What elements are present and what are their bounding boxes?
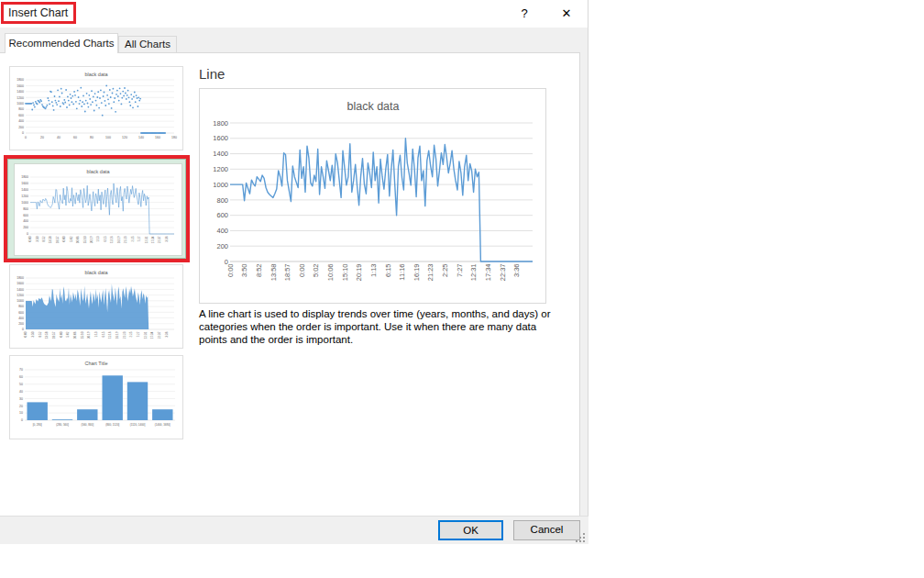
- svg-text:100: 100: [105, 136, 111, 139]
- svg-text:0: 0: [22, 328, 24, 331]
- svg-text:21:23: 21:23: [426, 264, 434, 282]
- svg-text:3:36: 3:36: [165, 236, 169, 241]
- svg-text:6:15: 6:15: [102, 331, 105, 337]
- tab-all-charts[interactable]: All Charts: [118, 36, 177, 53]
- svg-text:3:50: 3:50: [31, 331, 35, 337]
- svg-text:7:27: 7:27: [456, 264, 464, 278]
- thumbnail-scatter-chart[interactable]: black data020040060080010001200140016001…: [9, 66, 183, 150]
- svg-text:black data: black data: [84, 270, 108, 275]
- svg-text:160: 160: [155, 136, 160, 139]
- thumbnail-line-chart-selected[interactable]: black data020040060080010001200140016001…: [14, 163, 182, 256]
- svg-text:60: 60: [19, 375, 23, 379]
- svg-text:13:58: 13:58: [49, 236, 52, 243]
- thumbnail-area-chart[interactable]: black data020040060080010001200140016001…: [9, 264, 183, 349]
- svg-text:0: 0: [25, 136, 27, 139]
- svg-text:18:57: 18:57: [283, 264, 292, 282]
- svg-text:1400: 1400: [213, 150, 228, 158]
- svg-text:15:10: 15:10: [81, 331, 84, 339]
- svg-text:600: 600: [18, 114, 24, 117]
- svg-text:7:27: 7:27: [138, 236, 141, 241]
- svg-text:5:02: 5:02: [70, 236, 73, 241]
- svg-text:140: 140: [138, 136, 144, 139]
- svg-text:30: 30: [19, 397, 23, 401]
- svg-text:800: 800: [18, 305, 24, 308]
- svg-text:(560, 840]: (560, 840]: [82, 423, 94, 427]
- svg-text:(1400, 1680]: (1400, 1680]: [155, 423, 170, 427]
- svg-text:1:13: 1:13: [369, 264, 378, 278]
- cancel-button[interactable]: Cancel: [513, 520, 580, 540]
- svg-text:40: 40: [19, 390, 23, 394]
- svg-text:11:16: 11:16: [110, 236, 114, 243]
- svg-text:120: 120: [122, 136, 127, 139]
- svg-text:black data: black data: [86, 169, 110, 174]
- svg-text:17:34: 17:34: [151, 236, 155, 243]
- svg-text:15:10: 15:10: [83, 236, 87, 243]
- chart-preview: black data020040060080010001200140016001…: [199, 88, 546, 304]
- svg-text:16:19: 16:19: [117, 236, 121, 243]
- svg-text:3:36: 3:36: [512, 264, 521, 278]
- svg-text:3:50: 3:50: [36, 236, 39, 241]
- ok-button[interactable]: OK: [438, 520, 503, 540]
- svg-text:6:15: 6:15: [384, 264, 392, 278]
- svg-text:400: 400: [18, 317, 24, 320]
- svg-text:20:19: 20:19: [90, 236, 94, 243]
- svg-text:10:06: 10:06: [73, 331, 77, 339]
- svg-text:40: 40: [57, 136, 60, 139]
- svg-text:17:34: 17:34: [484, 264, 492, 282]
- svg-text:22:37: 22:37: [158, 331, 161, 339]
- svg-text:1200: 1200: [21, 195, 28, 198]
- help-icon: ?: [521, 6, 527, 20]
- svg-text:20: 20: [40, 136, 44, 139]
- svg-text:180: 180: [171, 136, 177, 139]
- svg-text:200: 200: [18, 126, 24, 129]
- svg-text:1600: 1600: [16, 84, 24, 88]
- svg-text:8:52: 8:52: [38, 331, 42, 337]
- svg-text:17:34: 17:34: [150, 331, 154, 339]
- svg-text:70: 70: [19, 368, 23, 372]
- tab-recommended-charts[interactable]: Recommended Charts: [5, 33, 118, 53]
- svg-text:22:37: 22:37: [499, 264, 507, 282]
- dialog-footer: OK Cancel: [0, 516, 588, 544]
- svg-text:20:19: 20:19: [87, 331, 91, 339]
- chart-type-heading: Line: [199, 66, 225, 82]
- svg-text:20:19: 20:19: [355, 264, 363, 282]
- close-button[interactable]: ✕: [553, 4, 580, 24]
- svg-text:5:02: 5:02: [66, 331, 70, 337]
- svg-text:1600: 1600: [213, 134, 228, 142]
- svg-text:2:25: 2:25: [131, 236, 135, 241]
- svg-text:18:57: 18:57: [56, 236, 60, 243]
- svg-text:13:58: 13:58: [45, 331, 49, 339]
- tab-strip: Recommended Charts All Charts: [0, 28, 588, 52]
- close-icon: ✕: [562, 6, 572, 20]
- svg-text:(280, 560]: (280, 560]: [56, 423, 69, 427]
- svg-text:1000: 1000: [213, 181, 228, 189]
- svg-text:black data: black data: [84, 72, 108, 77]
- svg-text:[0, 280]: [0, 280]: [33, 423, 42, 427]
- svg-text:7:27: 7:27: [137, 331, 140, 337]
- line-chart-preview: black data020040060080010001200140016001…: [200, 89, 545, 303]
- title-bar: Insert Chart ? ✕: [0, 0, 588, 28]
- svg-text:5:02: 5:02: [312, 264, 320, 278]
- svg-text:400: 400: [18, 119, 24, 123]
- svg-text:200: 200: [18, 322, 24, 326]
- svg-text:0:00: 0:00: [24, 331, 28, 337]
- svg-text:11:16: 11:16: [108, 331, 112, 339]
- annotation-box-title: [1, 2, 76, 24]
- svg-text:80: 80: [90, 136, 94, 139]
- help-button[interactable]: ?: [511, 4, 538, 24]
- resize-grip-icon[interactable]: [576, 533, 587, 544]
- svg-text:1200: 1200: [16, 96, 24, 100]
- svg-text:200: 200: [23, 226, 28, 229]
- svg-text:1800: 1800: [21, 175, 28, 179]
- svg-text:Chart Title: Chart Title: [84, 361, 107, 366]
- svg-text:1:13: 1:13: [96, 236, 100, 241]
- svg-text:6:15: 6:15: [104, 236, 107, 241]
- svg-text:12:31: 12:31: [469, 264, 478, 282]
- svg-text:10:06: 10:06: [326, 264, 335, 282]
- svg-text:2:25: 2:25: [441, 264, 449, 278]
- svg-text:1800: 1800: [16, 276, 24, 280]
- svg-text:3:50: 3:50: [240, 264, 248, 278]
- svg-text:0: 0: [21, 418, 23, 422]
- thumbnail-histogram-chart[interactable]: Chart Title010203040506070[0, 280](280, …: [9, 355, 183, 439]
- svg-text:800: 800: [23, 207, 28, 211]
